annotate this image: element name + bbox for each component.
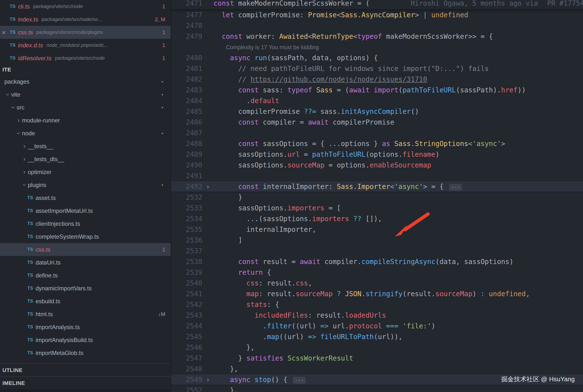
tree-item-dataUri.ts[interactable]: TSdataUri.ts xyxy=(0,256,171,269)
code-line-2547[interactable]: 2547} satisfies ScssWorkerResult xyxy=(171,353,583,364)
line-number[interactable]: 2485 xyxy=(171,106,202,117)
code-line-2544[interactable]: 2544.filter((url) => url.protocol === 'f… xyxy=(171,321,583,332)
tree-item-assetImportMetaUrl.ts[interactable]: TSassetImportMetaUrl.ts xyxy=(0,204,171,217)
line-number[interactable]: 2536 xyxy=(171,235,202,246)
code-line-2532[interactable]: 2532} xyxy=(171,192,583,203)
code-line-2546[interactable]: 2546}, xyxy=(171,342,583,353)
open-editor-index.d.ts[interactable]: TSindex.d.tsnode_modules/.pnpm/artic...1 xyxy=(0,39,171,52)
tree-item-completeSystemWrap.ts[interactable]: TScompleteSystemWrap.ts xyxy=(0,230,171,243)
open-editor-cli.ts[interactable]: TScli.tspackages/vite/src/node1 xyxy=(0,0,171,13)
code-line-2492[interactable]: 2492›const internalImporter: Sass.Import… xyxy=(171,181,583,192)
line-number[interactable]: 2538 xyxy=(171,256,202,267)
chevron-down-icon[interactable]: › xyxy=(10,104,16,111)
line-number[interactable]: 2539 xyxy=(171,267,202,278)
line-number[interactable]: 2492 xyxy=(171,181,202,192)
tree-item-packages[interactable]: packages● xyxy=(0,75,171,88)
open-editor-index.ts[interactable]: TSindex.tspackages/vite/src/node/se...2,… xyxy=(0,13,171,26)
line-number[interactable]: 2484 xyxy=(171,96,202,106)
chevron-right-icon[interactable]: › xyxy=(21,168,28,176)
line-number[interactable]: 2491 xyxy=(171,171,202,181)
code-line-2538[interactable]: 2538const result = await compiler.compil… xyxy=(171,256,583,267)
code-line-2479[interactable]: 2479const worker: Awaited<ReturnType<typ… xyxy=(171,31,583,42)
line-number[interactable]: 2540 xyxy=(171,278,202,289)
chevron-down-icon[interactable]: › xyxy=(21,181,28,189)
tree-item-__tests__[interactable]: ›__tests__ xyxy=(0,140,171,152)
line-number[interactable]: 2532 xyxy=(171,192,202,203)
line-number[interactable]: 2483 xyxy=(171,85,202,96)
line-number[interactable]: 2489 xyxy=(171,149,202,160)
line-number[interactable]: 2537 xyxy=(171,246,202,256)
code-line-2489[interactable]: 2489sassOptions.url = pathToFileURL(opti… xyxy=(171,149,583,160)
code-line-2481[interactable]: 2481// need pathToFileURL for windows si… xyxy=(171,64,583,74)
fold-chevron-icon[interactable]: › xyxy=(202,181,213,192)
line-number[interactable]: 2541 xyxy=(171,289,202,299)
tree-item-dynamicImportVars.ts[interactable]: TSdynamicImportVars.ts xyxy=(0,282,171,295)
code-line-2540[interactable]: 2540css: result.css, xyxy=(171,278,583,289)
chevron-right-icon[interactable]: › xyxy=(15,116,22,124)
line-number[interactable]: 2487 xyxy=(171,128,202,138)
chevron-down-icon[interactable]: › xyxy=(15,130,22,137)
open-editor-idResolver.ts[interactable]: TSidResolver.tspackages/vite/src/node1 xyxy=(0,52,171,64)
line-number[interactable]: 2552 xyxy=(171,385,202,392)
workspace-section-header[interactable]: ITE xyxy=(0,65,171,74)
line-number[interactable]: 2490 xyxy=(171,160,202,171)
line-number[interactable]: 2549 xyxy=(171,374,202,385)
line-number[interactable]: 2488 xyxy=(171,138,202,149)
line-number[interactable]: 2535 xyxy=(171,224,202,235)
code-line-2486[interactable]: 2486const compiler = await compilerPromi… xyxy=(171,117,583,128)
code-line-2483[interactable]: 2483const sass: typeof Sass = (await imp… xyxy=(171,85,583,96)
code-line-2541[interactable]: 2541map: result.sourceMap ? JSON.stringi… xyxy=(171,289,583,299)
tree-item-clientInjections.ts[interactable]: TSclientInjections.ts xyxy=(0,217,171,230)
tree-item-importAnalysis.ts[interactable]: TSimportAnalysis.ts xyxy=(0,320,171,334)
tree-item-vite[interactable]: ›vite● xyxy=(0,88,171,101)
sticky-scroll-header[interactable]: 2471 const makeModernCompilerScssWorker … xyxy=(171,0,583,10)
code-line-2548[interactable]: 2548}, xyxy=(171,364,583,374)
line-number[interactable]: 2548 xyxy=(171,364,202,374)
tree-item-esbuild.ts[interactable]: TSesbuild.ts xyxy=(0,295,171,308)
code-line-2478[interactable]: 2478 xyxy=(171,20,583,31)
tree-item-module-runner[interactable]: ›module-runner xyxy=(0,114,171,127)
line-number[interactable]: 2480 xyxy=(171,53,202,64)
line-number[interactable]: 2534 xyxy=(171,214,202,224)
line-number[interactable]: 2543 xyxy=(171,310,202,321)
tree-item-__tests_dts__[interactable]: ›__tests_dts__ xyxy=(0,152,171,166)
tree-item-importAnalysisBuild.ts[interactable]: TSimportAnalysisBuild.ts xyxy=(0,334,171,346)
line-number[interactable]: 2481 xyxy=(171,64,202,74)
line-number[interactable]: 2544 xyxy=(171,321,202,332)
code-line-2487[interactable]: 2487 xyxy=(171,128,583,138)
code-line-2491[interactable]: 2491 xyxy=(171,171,583,181)
line-number[interactable]: 2547 xyxy=(171,353,202,364)
line-number[interactable]: 2542 xyxy=(171,299,202,310)
chevron-right-icon[interactable]: › xyxy=(21,142,28,150)
tree-item-html.ts[interactable]: TShtml.ts↓M xyxy=(0,308,171,320)
code-line-2545[interactable]: 2545.map((url) => fileURLToPath(url)), xyxy=(171,332,583,342)
codelens-annotation[interactable]: Complexity is 17 You must be kidding xyxy=(171,42,583,53)
chevron-right-icon[interactable]: › xyxy=(21,155,28,163)
timeline-section-header[interactable]: IMELINE xyxy=(0,376,171,389)
tree-item-importMetaGlob.ts[interactable]: TSimportMetaGlob.ts xyxy=(0,346,171,359)
code-line-2477[interactable]: 2477let compilerPromise: Promise<Sass.As… xyxy=(171,10,583,20)
line-number[interactable]: 2478 xyxy=(171,20,202,31)
tree-item-src[interactable]: ›src● xyxy=(0,101,171,114)
outline-section-header[interactable]: UTLINE xyxy=(0,363,171,376)
code-editor[interactable]: 2471 const makeModernCompilerScssWorker … xyxy=(171,0,583,392)
code-line-2543[interactable]: 2543includedFiles: result.loadedUrls xyxy=(171,310,583,321)
line-number[interactable]: 2545 xyxy=(171,332,202,342)
tree-item-node[interactable]: ›node● xyxy=(0,127,171,140)
code-line-2490[interactable]: 2490sassOptions.sourceMap = options.enab… xyxy=(171,160,583,171)
close-icon[interactable]: × xyxy=(2,28,5,36)
line-number[interactable]: 2486 xyxy=(171,117,202,128)
open-editor-css.ts[interactable]: ×TScss.tspackages/vite/src/node/plugins1 xyxy=(0,26,171,39)
code-line-2552[interactable]: 2552}, xyxy=(171,385,583,392)
git-blame-pr[interactable]: PR #17754 xyxy=(547,0,583,9)
code-line-2485[interactable]: 2485compilerPromise ??= sass.initAsyncCo… xyxy=(171,106,583,117)
chevron-down-icon[interactable]: › xyxy=(4,91,11,98)
fold-chevron-icon[interactable]: › xyxy=(202,374,213,385)
code-line-2534[interactable]: 2534...(sassOptions.importers ?? []), xyxy=(171,214,583,224)
tree-item-plugins[interactable]: ›plugins● xyxy=(0,178,171,191)
code-line-2533[interactable]: 2533sassOptions.importers = [ xyxy=(171,203,583,214)
line-number[interactable]: 2479 xyxy=(171,31,202,42)
code-line-2488[interactable]: 2488const sassOptions = { ...options } a… xyxy=(171,138,583,149)
code-line-2537[interactable]: 2537 xyxy=(171,246,583,256)
code-line-2484[interactable]: 2484.default xyxy=(171,96,583,106)
